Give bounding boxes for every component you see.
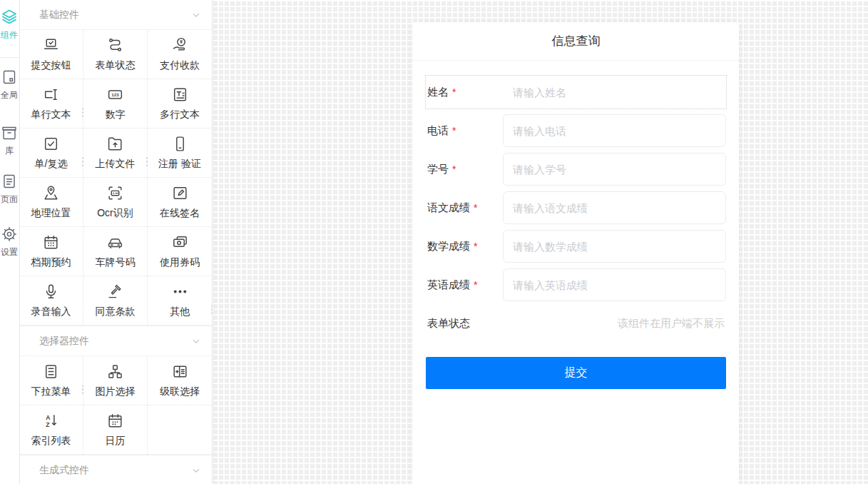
submit-button[interactable]: 提交 <box>426 357 726 389</box>
widget-item[interactable]: Ocr识别 <box>83 178 148 227</box>
widget-item-label: 档期预约 <box>31 256 71 269</box>
widget-item[interactable]: 图片选择 <box>83 356 148 405</box>
number-icon: 123 <box>106 86 124 104</box>
widget-item[interactable]: AZ索引列表 <box>19 405 83 455</box>
field-label: 英语成绩* <box>426 278 503 292</box>
field-label: 电话* <box>426 124 503 138</box>
form-field-row[interactable]: 语文成绩* <box>426 191 726 224</box>
widget-item-label: 注册 验证 <box>158 158 201 171</box>
microphone-icon <box>42 283 60 301</box>
form-field-row[interactable]: 学号* <box>426 153 726 186</box>
checkbox-icon <box>42 135 60 153</box>
widget-item[interactable]: ¥支付收款 <box>148 30 212 79</box>
cascade-select-icon <box>171 363 189 381</box>
sidebar-item-pages[interactable]: 页面 <box>0 173 20 206</box>
location-icon <box>42 184 60 203</box>
widget-section-label: 选择器控件 <box>39 335 89 348</box>
chevron-down-icon <box>190 336 202 347</box>
form-field-row[interactable]: 电话* <box>426 114 726 147</box>
widget-item-label: 级联选择 <box>160 385 200 398</box>
widget-grid: 下拉菜单图片选择级联选择AZ索引列表日历 <box>19 356 212 455</box>
widget-item-label: 单行文本 <box>31 109 71 121</box>
widget-item-label: 车牌号码 <box>96 256 136 269</box>
sidebar-item-label: 库 <box>0 145 20 157</box>
widget-section-header[interactable]: 生成式控件 <box>19 455 212 484</box>
index-list-icon: AZ <box>42 412 60 430</box>
register-verify-icon <box>171 135 189 153</box>
sidebar-item-library[interactable]: 库 <box>0 124 20 157</box>
schedule-icon <box>42 233 60 252</box>
widget-item-label: 提交按钮 <box>31 59 71 72</box>
form-status-row[interactable]: 表单状态 该组件在用户端不展示 <box>426 307 726 340</box>
widget-item[interactable]: 档期预约 <box>19 227 83 276</box>
widget-item[interactable]: 同意条款 <box>83 276 148 326</box>
widget-item-label: 日历 <box>106 435 126 448</box>
signature-icon <box>171 184 189 203</box>
widget-item[interactable]: 日历 <box>83 405 148 455</box>
form-status-label: 表单状态 <box>426 317 470 331</box>
widget-item[interactable]: 123数字 <box>83 79 148 128</box>
text-input[interactable] <box>503 268 726 301</box>
widget-grid: 提交按钮表单状态¥支付收款单行文本123数字多行文本单/复选上传文件注册 验证地… <box>19 29 212 326</box>
sidebar-item-label: 组件 <box>0 29 20 41</box>
text-input[interactable] <box>503 230 726 263</box>
page-icon <box>0 173 20 191</box>
widget-item[interactable]: 单/复选 <box>19 128 83 178</box>
text-input[interactable] <box>503 191 726 224</box>
widget-item[interactable]: 单行文本 <box>19 79 83 128</box>
form-field-row[interactable]: 数学成绩* <box>426 230 726 263</box>
more-dots-icon <box>171 283 189 301</box>
sidebar-item-settings[interactable]: 设置 <box>0 226 20 258</box>
widget-item-label: 索引列表 <box>31 435 71 448</box>
multi-line-text-icon <box>171 86 189 104</box>
widget-item[interactable]: 多行文本 <box>148 79 212 128</box>
widget-item-label: Ocr识别 <box>97 207 133 220</box>
sidebar-item-global[interactable]: 全局 <box>0 69 20 101</box>
widget-item[interactable]: 提交按钮 <box>19 30 83 79</box>
text-input[interactable] <box>503 76 726 109</box>
form-field-row-selected[interactable]: 姓名* <box>426 76 726 109</box>
svg-text:123: 123 <box>111 92 119 97</box>
form-fields: 姓名*电话*学号*语文成绩*数学成绩*英语成绩* <box>426 76 726 301</box>
text-input[interactable] <box>503 114 726 147</box>
layers-icon <box>0 9 20 27</box>
sidebar-item-components[interactable]: 组件 <box>0 9 20 41</box>
chevron-down-icon <box>190 465 202 476</box>
field-label: 数学成绩* <box>426 240 503 253</box>
text-input[interactable] <box>503 153 726 186</box>
widget-item[interactable]: 地理位置 <box>19 178 83 227</box>
sidebar-rail: 组件全局库页面设置 <box>0 0 20 484</box>
widget-item-label: 单/复选 <box>35 158 68 171</box>
field-label: 学号* <box>426 163 503 176</box>
widget-section-header[interactable]: 选择器控件 <box>19 326 212 356</box>
drag-handle-icon[interactable] <box>211 305 213 307</box>
widget-item-label: 表单状态 <box>96 59 136 72</box>
widget-item[interactable]: 表单状态 <box>83 30 148 79</box>
form-field-row[interactable]: 英语成绩* <box>426 268 726 301</box>
widget-item[interactable]: 车牌号码 <box>83 227 148 276</box>
field-label: 语文成绩* <box>426 201 503 215</box>
widget-item-label: 在线签名 <box>160 207 200 220</box>
widget-section-header[interactable]: 基础控件 <box>19 0 212 29</box>
widget-item-label: 下拉菜单 <box>31 385 71 398</box>
widget-item-label: 其他 <box>170 306 190 318</box>
widget-item[interactable]: 在线签名 <box>148 178 212 227</box>
form-preview-card: 信息查询 姓名*电话*学号*语文成绩*数学成绩*英语成绩* 表单状态 该组件在用… <box>413 22 739 484</box>
widget-item[interactable]: 其他 <box>148 276 212 326</box>
widget-item-label: 录音输入 <box>31 306 71 318</box>
widget-item[interactable]: 下拉菜单 <box>19 356 83 405</box>
coupon-icon <box>171 233 189 252</box>
upload-file-icon <box>106 135 124 153</box>
widget-item[interactable]: 上传文件 <box>83 128 148 178</box>
sidebar-item-label: 页面 <box>0 193 20 206</box>
widget-item[interactable]: 录音输入 <box>19 276 83 326</box>
widget-section-label: 生成式控件 <box>39 464 89 477</box>
widget-item[interactable]: 级联选择 <box>148 356 212 405</box>
form-status-icon <box>106 36 124 55</box>
form-body: 姓名*电话*学号*语文成绩*数学成绩*英语成绩* 表单状态 该组件在用户端不展示… <box>413 61 739 389</box>
field-label: 姓名* <box>426 86 503 99</box>
rail-divider <box>0 57 19 58</box>
design-canvas: 信息查询 姓名*电话*学号*语文成绩*数学成绩*英语成绩* 表单状态 该组件在用… <box>212 0 868 484</box>
widget-item[interactable]: 使用券码 <box>148 227 212 276</box>
widget-item[interactable]: 注册 验证 <box>148 128 212 178</box>
